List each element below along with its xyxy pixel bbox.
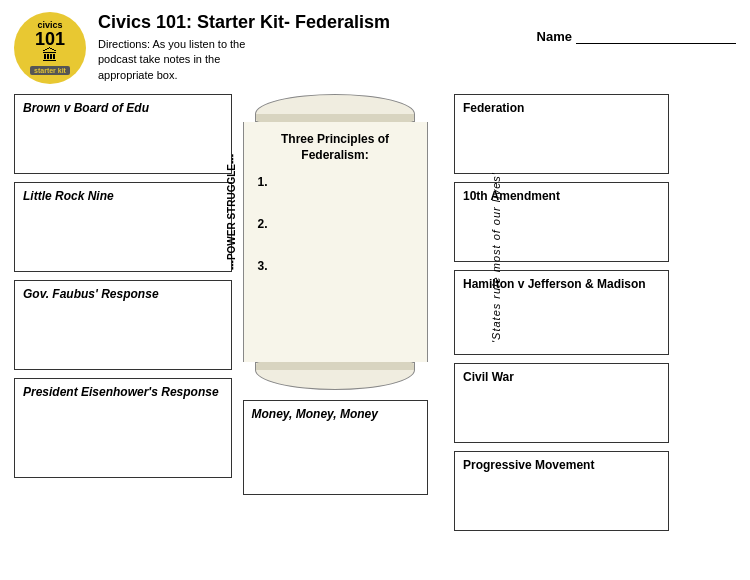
scroll-item-2: 2.	[258, 217, 413, 231]
progressive-label: Progressive Movement	[463, 458, 660, 472]
logo-starter-text: starter kit	[30, 66, 70, 75]
scroll-body: Three Principles of Federalism: 1. 2. 3.	[243, 122, 428, 362]
civil-war-box: Civil War	[454, 363, 669, 443]
hamilton-box: Hamilton v Jefferson & Madison	[454, 270, 669, 355]
gov-faubus-box: Gov. Faubus' Response	[14, 280, 232, 370]
money-box-label: Money, Money, Money	[252, 407, 419, 421]
name-underline	[576, 28, 736, 44]
power-struggle-text: ---POWER STRUGGLE---	[226, 154, 237, 270]
scroll-item-3: 3.	[258, 259, 413, 273]
brown-board-box: Brown v Board of Edu	[14, 94, 232, 174]
right-column: Federation 10th Amendment Hamilton v Jef…	[454, 94, 669, 578]
scroll-top-curl	[255, 94, 415, 122]
scroll: Three Principles of Federalism: 1. 2. 3.	[243, 94, 428, 390]
states-rule-text: 'States rule most of our lives'	[490, 173, 502, 344]
money-box: Money, Money, Money	[243, 400, 428, 495]
federation-box: Federation	[454, 94, 669, 174]
logo-number: 101	[35, 30, 65, 48]
little-rock-label: Little Rock Nine	[23, 189, 223, 203]
logo-building-icon: 🏛	[42, 48, 58, 64]
brown-board-label: Brown v Board of Edu	[23, 101, 223, 115]
logo: civics 101 🏛 starter kit	[14, 12, 86, 84]
content-area: Brown v Board of Edu Little Rock Nine Go…	[0, 90, 750, 578]
scroll-bottom-curl	[255, 362, 415, 390]
middle-column: ---POWER STRUGGLE--- Three Principles of…	[240, 94, 430, 578]
states-rule-container: 'States rule most of our lives'	[490, 108, 502, 408]
eisenhower-label: President Eisenhower's Response	[23, 385, 223, 399]
name-field: Name	[537, 28, 736, 44]
header: civics 101 🏛 starter kit Civics 101: Sta…	[0, 0, 750, 90]
logo-circle: civics 101 🏛 starter kit	[14, 12, 86, 84]
scroll-item-1: 1.	[258, 175, 413, 189]
name-label: Name	[537, 29, 572, 44]
left-column: Brown v Board of Edu Little Rock Nine Go…	[14, 94, 232, 578]
directions-text: Directions: As you listen to the podcast…	[98, 37, 258, 83]
tenth-amendment-box: 10th Amendment	[454, 182, 669, 262]
scroll-title: Three Principles of Federalism:	[258, 132, 413, 163]
gov-faubus-label: Gov. Faubus' Response	[23, 287, 223, 301]
power-struggle-label: ---POWER STRUGGLE---	[226, 154, 237, 270]
scroll-item-3-number: 3.	[258, 259, 268, 273]
little-rock-box: Little Rock Nine	[14, 182, 232, 272]
scroll-item-2-number: 2.	[258, 217, 268, 231]
scroll-title-text: Three Principles of Federalism:	[281, 132, 389, 162]
scroll-item-1-number: 1.	[258, 175, 268, 189]
eisenhower-box: President Eisenhower's Response	[14, 378, 232, 478]
header-title-block: Civics 101: Starter Kit- Federalism Dire…	[98, 12, 736, 83]
progressive-box: Progressive Movement	[454, 451, 669, 531]
